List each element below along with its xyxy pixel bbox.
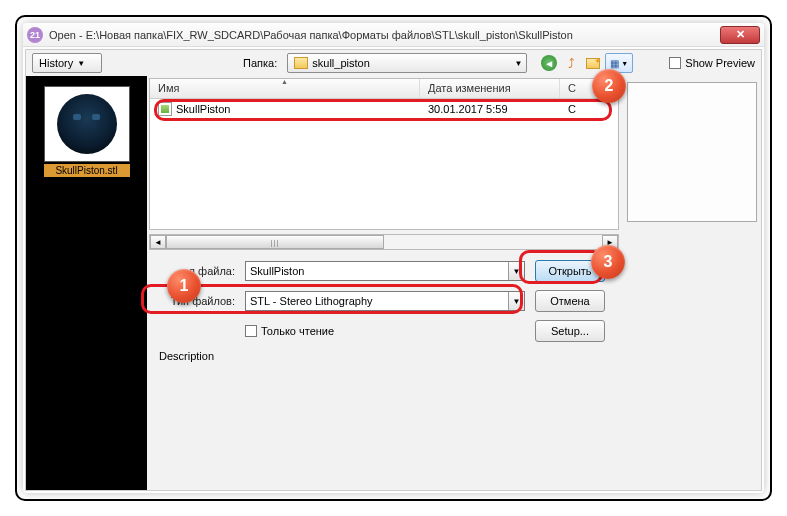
annotation-marker-2: 2 <box>592 69 626 103</box>
history-dropdown[interactable]: History ▼ <box>32 53 102 73</box>
filetype-dropdown[interactable]: STL - Stereo Lithography ▼ <box>245 291 525 311</box>
annotation-marker-3: 3 <box>591 245 625 279</box>
up-icon[interactable]: ⤴ <box>561 53 581 73</box>
folder-value: skull_piston <box>312 57 369 69</box>
annotation-marker-1: 1 <box>167 269 201 303</box>
folder-icon <box>294 57 308 69</box>
toolbar: History ▼ Папка: skull_piston ▼ ◄ ⤴ ✦ ▦▼… <box>26 50 761 76</box>
filetype-value: STL - Stereo Lithography <box>250 292 506 310</box>
chevron-down-icon[interactable]: ▼ <box>508 292 524 310</box>
chevron-down-icon[interactable]: ▼ <box>508 262 524 280</box>
file-name: SkullPiston <box>176 103 230 115</box>
file-icon <box>158 102 172 116</box>
folder-dropdown[interactable]: skull_piston ▼ <box>287 53 527 73</box>
column-name[interactable]: Имя▲ <box>150 79 420 98</box>
history-panel: SkullPiston.stl <box>26 76 147 490</box>
sort-asc-icon: ▲ <box>281 78 288 85</box>
titlebar: 21 Open - E:\Новая папка\FIX_RW_SDCARD\Р… <box>23 23 764 47</box>
show-preview-checkbox[interactable]: Show Preview <box>669 57 755 69</box>
description-label: Description <box>159 350 615 362</box>
checkbox-icon <box>669 57 681 69</box>
history-thumbnail[interactable]: SkullPiston.stl <box>44 86 130 177</box>
file-date: 30.01.2017 5:59 <box>420 103 560 115</box>
checkbox-icon <box>245 325 257 337</box>
filename-value: SkullPiston <box>250 262 506 280</box>
preview-panel <box>627 82 757 222</box>
description-area <box>159 362 615 482</box>
cancel-button[interactable]: Отмена <box>535 290 605 312</box>
readonly-checkbox[interactable]: Только чтение <box>245 325 525 337</box>
app-icon: 21 <box>27 27 43 43</box>
back-icon[interactable]: ◄ <box>539 53 559 73</box>
horizontal-scrollbar[interactable]: ◄ ||| ► <box>149 234 619 250</box>
list-header: Имя▲ Дата изменения C <box>150 79 618 99</box>
file-size: C <box>560 103 584 115</box>
filename-input[interactable]: SkullPiston ▼ <box>245 261 525 281</box>
window-title: Open - E:\Новая папка\FIX_RW_SDCARD\Рабо… <box>49 29 720 41</box>
thumbnail-image <box>44 86 130 162</box>
scroll-left-icon[interactable]: ◄ <box>150 235 166 249</box>
setup-button[interactable]: Setup... <box>535 320 605 342</box>
column-date[interactable]: Дата изменения <box>420 79 560 98</box>
show-preview-label: Show Preview <box>685 57 755 69</box>
close-button[interactable]: ✕ <box>720 26 760 44</box>
readonly-label: Только чтение <box>261 325 334 337</box>
chevron-down-icon: ▼ <box>514 59 522 68</box>
history-label: History <box>39 57 73 69</box>
file-row[interactable]: SkullPiston 30.01.2017 5:59 C <box>150 99 618 119</box>
thumbnail-filename: SkullPiston.stl <box>44 164 130 177</box>
folder-label: Папка: <box>243 57 277 69</box>
file-list[interactable]: Имя▲ Дата изменения C SkullPiston 30.01.… <box>149 78 619 230</box>
chevron-down-icon: ▼ <box>77 59 85 68</box>
